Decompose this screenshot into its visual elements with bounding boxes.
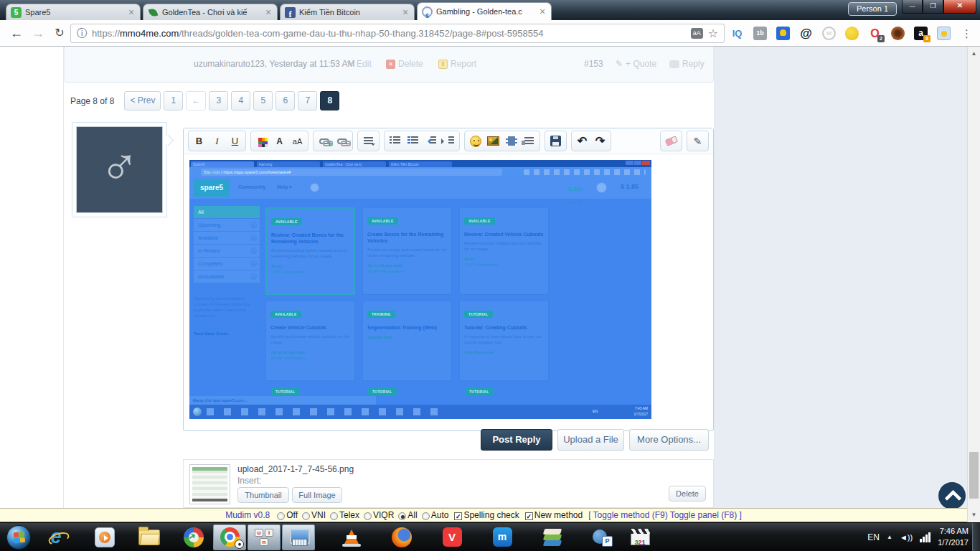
page-button-8-current[interactable]: 8 bbox=[320, 91, 339, 110]
mudim-option-label[interactable]: All bbox=[407, 510, 417, 520]
mudim-option-label[interactable]: VNI bbox=[311, 510, 326, 520]
start-button[interactable] bbox=[4, 524, 33, 550]
reply-link[interactable]: Reply bbox=[669, 59, 705, 69]
tab-close-icon[interactable] bbox=[538, 7, 547, 16]
mudim-checkbox-newmethod[interactable] bbox=[525, 512, 533, 520]
font-size-button[interactable]: A bbox=[270, 132, 288, 150]
network-icon[interactable] bbox=[920, 532, 930, 542]
mudim-checkbox-spelling[interactable] bbox=[454, 512, 462, 520]
mudim-option-label[interactable]: Off bbox=[286, 510, 298, 520]
extension-coin-icon[interactable] bbox=[891, 27, 905, 40]
taskbar-vivaldi[interactable] bbox=[438, 524, 466, 550]
mudim-radio-vni[interactable] bbox=[302, 512, 310, 520]
undo-button[interactable] bbox=[573, 132, 591, 150]
quote-link[interactable]: + Quote bbox=[616, 59, 656, 69]
text-color-button[interactable] bbox=[253, 132, 270, 150]
edit-link[interactable]: Edit bbox=[347, 59, 372, 69]
taskbar-chrome-active[interactable] bbox=[213, 524, 246, 550]
mudim-option-label[interactable]: VIQR bbox=[373, 510, 394, 520]
insert-thumbnail-button[interactable]: Thumbnail bbox=[237, 487, 289, 503]
unlink-button[interactable] bbox=[333, 132, 351, 150]
delete-attachment-button[interactable]: Delete bbox=[669, 486, 706, 501]
extension-bell-icon[interactable] bbox=[776, 27, 790, 40]
mudim-radio-all-selected[interactable] bbox=[398, 512, 406, 520]
alignment-button[interactable] bbox=[359, 132, 377, 150]
tab-goldentea[interactable]: GoldenTea - Chơi và kiế bbox=[143, 4, 278, 20]
italic-button[interactable]: I bbox=[208, 132, 226, 150]
insert-full-image-button[interactable]: Full Image bbox=[292, 487, 342, 503]
mudim-option-label[interactable]: Telex bbox=[339, 510, 359, 520]
page-gap-button[interactable]: ← bbox=[186, 91, 206, 110]
reply-editor[interactable]: B I U A aA bbox=[183, 128, 714, 431]
close-button[interactable] bbox=[943, 0, 976, 14]
scroll-down-icon[interactable] bbox=[968, 509, 980, 521]
mudim-radio-auto[interactable] bbox=[422, 512, 430, 520]
insert-link-button[interactable] bbox=[315, 132, 333, 150]
mudim-check-label[interactable]: New method bbox=[534, 510, 583, 520]
page-button-3[interactable]: 3 bbox=[209, 91, 228, 110]
bbcode-toggle-button[interactable] bbox=[689, 132, 707, 150]
mudim-option-label[interactable]: Auto bbox=[431, 510, 449, 520]
page-info-icon[interactable] bbox=[77, 27, 87, 40]
bookmark-star-icon[interactable] bbox=[708, 27, 718, 40]
extension-1b-icon[interactable]: 1b bbox=[753, 27, 767, 40]
chrome-profile-button[interactable]: Person 1 bbox=[848, 2, 897, 16]
outdent-button[interactable] bbox=[422, 132, 440, 150]
prev-page-button[interactable]: < Prev bbox=[124, 91, 161, 110]
tab-close-icon[interactable] bbox=[264, 8, 273, 17]
scrollbar-thumb[interactable] bbox=[969, 452, 979, 499]
translate-icon[interactable] bbox=[691, 28, 703, 39]
minimize-button[interactable] bbox=[902, 0, 923, 14]
scroll-to-top-button[interactable] bbox=[938, 482, 966, 509]
scrollbar[interactable] bbox=[967, 47, 980, 522]
attachment-thumbnail[interactable] bbox=[189, 464, 230, 504]
reload-button[interactable] bbox=[50, 24, 69, 42]
scroll-up-icon[interactable] bbox=[968, 48, 980, 60]
page-button-5[interactable]: 5 bbox=[253, 91, 273, 110]
post-author-line[interactable]: uzumakinaruto123, Yesterday at 11:53 AM bbox=[194, 59, 355, 69]
extension-photos-icon[interactable] bbox=[937, 27, 951, 40]
page-button-4[interactable]: 4 bbox=[231, 91, 250, 110]
tab-close-icon[interactable] bbox=[401, 8, 410, 17]
taskbar-mpc[interactable]: 321 bbox=[626, 524, 654, 550]
page-button-1[interactable]: 1 bbox=[164, 91, 183, 110]
extension-mk-icon[interactable] bbox=[822, 27, 836, 40]
extension-opera-icon[interactable]: 2 bbox=[868, 27, 882, 40]
mudim-check-label[interactable]: Spelling check bbox=[463, 510, 519, 520]
insert-quote-button[interactable] bbox=[520, 132, 538, 150]
maximize-button[interactable] bbox=[923, 0, 943, 14]
taskbar-on-screen-keyboard[interactable] bbox=[282, 524, 315, 550]
reply-avatar-box[interactable] bbox=[72, 122, 167, 217]
mudim-radio-telex[interactable] bbox=[330, 512, 338, 520]
show-desktop-button[interactable] bbox=[972, 523, 980, 551]
chrome-menu-icon[interactable] bbox=[960, 27, 974, 40]
extension-iq-icon[interactable]: IQ bbox=[730, 27, 744, 40]
indent-button[interactable] bbox=[440, 132, 458, 150]
taskbar-bluestacks[interactable] bbox=[538, 524, 567, 550]
smilies-button[interactable] bbox=[466, 132, 484, 150]
forward-button[interactable] bbox=[29, 24, 47, 42]
mudim-radio-off[interactable] bbox=[277, 512, 285, 520]
remove-formatting-button[interactable] bbox=[662, 132, 680, 150]
more-options-button[interactable]: More Options... bbox=[629, 429, 709, 451]
numbered-list-button[interactable] bbox=[404, 132, 422, 150]
back-button[interactable] bbox=[7, 24, 26, 42]
address-bar[interactable]: https://mmo4me.com/threads/golden-tea-co… bbox=[70, 24, 725, 43]
tab-facebook[interactable]: Kiểm Tiền Bitcoin bbox=[280, 4, 415, 20]
taskbar-media-player[interactable] bbox=[90, 524, 119, 550]
taskbar-idm[interactable] bbox=[179, 524, 208, 550]
language-indicator[interactable]: EN bbox=[867, 532, 880, 542]
tab-close-icon[interactable] bbox=[127, 8, 136, 17]
underline-button[interactable]: U bbox=[226, 132, 244, 150]
taskbar-explorer[interactable] bbox=[135, 524, 164, 550]
mudim-radio-viqr[interactable] bbox=[364, 512, 372, 520]
taskbar-internet-explorer[interactable] bbox=[42, 524, 70, 550]
tab-gambling-active[interactable]: Gambling - Golden-tea.c bbox=[417, 2, 552, 20]
font-family-button[interactable]: aA bbox=[288, 132, 306, 150]
extension-amazon-icon[interactable]: a8 bbox=[914, 27, 928, 40]
report-link[interactable]: Report bbox=[438, 59, 476, 69]
save-draft-button[interactable] bbox=[547, 132, 565, 150]
bold-button[interactable]: B bbox=[190, 132, 208, 150]
insert-image-button[interactable] bbox=[484, 132, 502, 150]
url-text[interactable]: https://mmo4me.com/threads/golden-tea-co… bbox=[92, 28, 686, 39]
